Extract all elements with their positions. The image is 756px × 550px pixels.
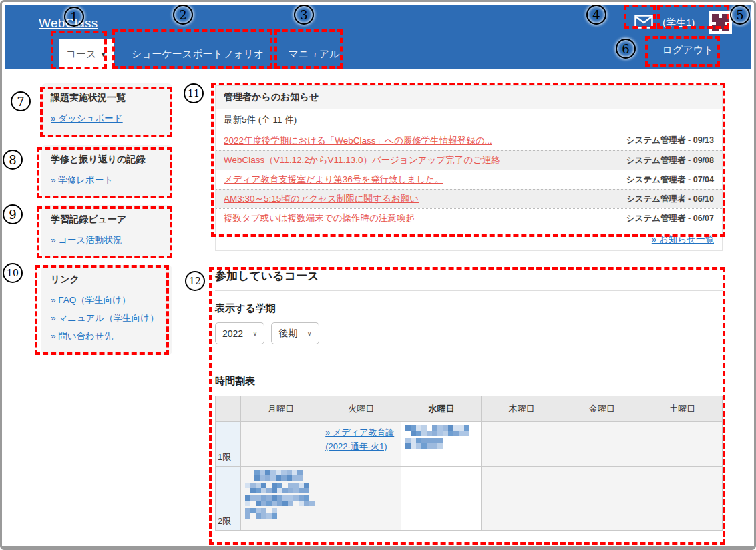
year-select[interactable]: 2022 ∨ [215,322,264,344]
notice-author-date: システム管理者 - 06/10 [626,194,714,205]
sidebar-section-learning-record: 学修と振り返りの記録 » 学修レポート [41,145,172,198]
corner-cell [216,396,241,422]
logged-in-user-label: (学生1) [663,17,695,29]
notice-author-date: システム管理者 - 06/07 [626,213,714,224]
sidebar-link-dashboard[interactable]: » ダッシュボード [51,113,163,125]
notice-author-date: システム管理者 - 07/04 [626,174,714,186]
slot-sat-2 [642,467,722,531]
sidebar-link-course-activity[interactable]: » コース活動状況 [51,234,163,246]
notice-link[interactable]: 2022年度後学期における「WebClass」への履修学生情報登録の... [224,135,492,147]
redacted-course-text [245,495,317,506]
slot-thu-1 [482,422,562,467]
annotation-number-1: 1 [64,7,84,27]
divider [215,290,723,291]
courses-title: 参加しているコース [215,268,723,284]
mail-icon[interactable] [634,15,653,29]
chevron-down-icon: ∨ [307,330,311,337]
sidebar-link-manual-students[interactable]: » マニュアル（学生向け） [51,312,163,324]
slot-sat-1 [642,422,722,467]
sidebar-section-record-viewer: 学習記録ビューア » コース活動状況 [41,205,172,258]
slot-wed-1-redacted-course[interactable] [401,422,482,467]
timetable-label: 時間割表 [215,375,723,388]
logout-button[interactable]: ログアウト [652,44,724,57]
timetable: 月曜日 火曜日 水曜日 木曜日 金曜日 土曜日 1限 » メディア教育論 (20… [215,396,723,531]
chevron-down-icon: ∨ [252,330,257,337]
slot-fri-1 [562,422,642,467]
notice-row: 複数タブ或いは複数端末での操作時の注意喚起 システム管理者 - 06/07 [216,208,722,228]
slot-thu-2 [482,467,562,531]
period-label: 1限 [216,422,241,467]
notice-row: AM3:30～5:15頃のアクセス制限に関するお願い システム管理者 - 06/… [216,189,722,208]
notice-link[interactable]: AM3:30～5:15頃のアクセス制限に関するお願い [224,193,419,205]
section-title: リンク [51,274,163,286]
sidebar-section-assignments: 課題実施状況一覧 » ダッシュボード [41,83,172,137]
nav-manual[interactable]: マニュアル [280,39,348,69]
slot-fri-2 [562,467,642,531]
section-title: 課題実施状況一覧 [51,92,163,104]
timetable-header-row: 月曜日 火曜日 水曜日 木曜日 金曜日 土曜日 [216,396,723,422]
annotation-number-9: 9 [3,204,23,224]
notice-author-date: システム管理者 - 09/13 [626,135,714,146]
slot-mon-1 [241,422,321,467]
notices-title: 管理者からのお知らせ [216,86,722,109]
sidebar-link-contact[interactable]: » 問い合わせ先 [51,330,163,342]
slot-tue-1: » メディア教育論 (2022-通年-火1) [321,422,401,467]
sidebar-link-faq[interactable]: » FAQ（学生向け） [51,294,163,306]
notice-link[interactable]: 複数タブ或いは複数端末での操作時の注意喚起 [224,212,415,224]
header-bar: WebClass コース ▼ ショーケースポートフォリオ マニュアル (学生1)… [5,5,751,69]
redacted-course-text [405,425,477,436]
notice-link[interactable]: メディア教育支援室だより第36号を発行致しました。 [224,174,443,186]
section-title: 学習記録ビューア [51,214,163,226]
day-header-monday: 月曜日 [241,396,321,422]
annotation-number-2: 2 [173,5,193,25]
notice-row: 2022年度後学期における「WebClass」への履修学生情報登録の... シス… [216,131,722,150]
slot-tue-2 [321,467,401,531]
notices-count-summary: 最新5件 (全 11 件) [216,109,722,131]
course-link-media-education[interactable]: » メディア教育論 (2022-通年-火1) [325,427,394,451]
annotation-number-8: 8 [3,150,23,170]
annotation-number-5: 5 [730,5,750,25]
annotation-number-10: 10 [3,263,23,283]
annotation-number-12: 12 [185,271,205,291]
semester-filter-label: 表示する学期 [215,302,723,315]
nav-course-dropdown[interactable]: コース ▼ [59,39,114,69]
annotation-number-6: 6 [616,39,636,59]
redacted-course-text [405,438,477,449]
annotation-number-4: 4 [586,5,606,25]
sidebar-section-links: リンク » FAQ（学生向け） » マニュアル（学生向け） » 問い合わせ先 [41,265,172,355]
sidebar-link-study-report[interactable]: » 学修レポート [51,174,163,186]
timetable-row-period2: 2限 [216,467,723,531]
day-header-wednesday: 水曜日 [401,396,482,422]
redacted-course-text [245,483,317,493]
slot-wed-2 [401,467,482,531]
section-title: 学修と振り返りの記録 [51,154,163,166]
user-avatar-identicon[interactable] [709,11,732,34]
nav-course-label: コース [66,48,97,61]
webclass-page: WebClass コース ▼ ショーケースポートフォリオ マニュアル (学生1)… [0,0,756,550]
period-label: 2限 [216,467,241,531]
notice-link[interactable]: WebClass（V11.12.2からV11.13.0）バージョンアップ完了のご… [224,154,500,166]
term-select-value: 後期 [278,328,297,340]
admin-notices-panel: 管理者からのお知らせ 最新5件 (全 11 件) 2022年度後学期における「W… [215,85,723,251]
chevron-down-icon: ▼ [100,51,106,58]
redacted-course-text [245,508,317,519]
timetable-row-period1: 1限 » メディア教育論 (2022-通年-火1) [216,422,723,467]
slot-mon-2-redacted-course[interactable] [241,467,321,531]
annotation-number-3: 3 [294,5,314,25]
day-header-saturday: 土曜日 [642,396,722,422]
nav-showcase-portfolio[interactable]: ショーケースポートフォリオ [118,39,278,69]
term-select[interactable]: 後期 ∨ [271,322,319,344]
day-header-tuesday: 火曜日 [321,396,401,422]
day-header-thursday: 木曜日 [482,396,562,422]
participating-courses-panel: 参加しているコース 表示する学期 2022 ∨ 後期 ∨ 時間割表 月曜日 火 [215,268,723,531]
notice-row: メディア教育支援室だより第36号を発行致しました。 システム管理者 - 07/0… [216,170,722,189]
all-notices-link[interactable]: » お知らせ一覧 [652,234,714,244]
notice-row: WebClass（V11.12.2からV11.13.0）バージョンアップ完了のご… [216,150,722,170]
day-header-friday: 金曜日 [562,396,642,422]
redacted-course-text [254,470,317,481]
year-select-value: 2022 [222,328,243,339]
annotation-number-11: 11 [184,83,204,103]
notice-author-date: システム管理者 - 09/08 [626,155,714,166]
notices-footer: » お知らせ一覧 [216,228,722,250]
annotation-number-7: 7 [11,91,31,111]
